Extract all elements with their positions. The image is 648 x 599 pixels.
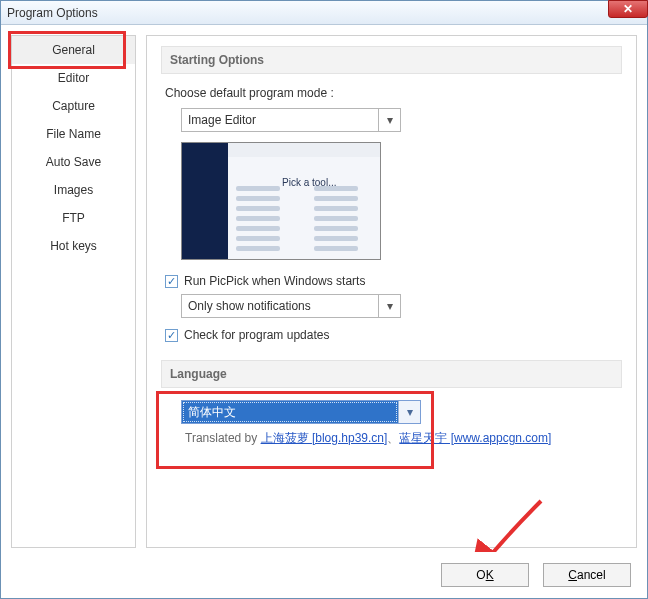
chevron-down-icon: ▾ <box>378 295 400 317</box>
options-sidebar: General Editor Capture File Name Auto Sa… <box>11 35 136 548</box>
mode-preview-image: Pick a tool... <box>181 142 381 260</box>
chevron-down-icon: ▾ <box>398 401 420 423</box>
checkbox-run-on-start-row[interactable]: ✓ Run PicPick when Windows starts <box>165 274 622 288</box>
window-title: Program Options <box>7 6 98 20</box>
checkbox-run-on-start[interactable]: ✓ <box>165 275 178 288</box>
program-options-window: Program Options ✕ General Editor Capture… <box>0 0 648 599</box>
startup-behavior-select[interactable]: Only show notifications ▾ <box>181 294 401 318</box>
language-select[interactable]: 简体中文 ▾ <box>181 400 421 424</box>
label-choose-mode: Choose default program mode : <box>165 86 622 100</box>
dialog-footer: OK Cancel <box>1 552 647 598</box>
program-mode-value: Image Editor <box>182 113 378 127</box>
translator-link-2[interactable]: 蓝星天宇 [www.appcgn.com] <box>399 431 551 445</box>
startup-behavior-value: Only show notifications <box>182 299 378 313</box>
window-body: General Editor Capture File Name Auto Sa… <box>1 25 647 598</box>
program-mode-select[interactable]: Image Editor ▾ <box>181 108 401 132</box>
cancel-button[interactable]: Cancel <box>543 563 631 587</box>
ok-button[interactable]: OK <box>441 563 529 587</box>
content-pane: Starting Options Choose default program … <box>146 35 637 548</box>
close-icon: ✕ <box>623 2 633 16</box>
translator-link-1[interactable]: 上海菠萝 [blog.hp39.cn] <box>261 431 388 445</box>
close-button[interactable]: ✕ <box>608 0 648 18</box>
sidebar-item-auto-save[interactable]: Auto Save <box>12 148 135 176</box>
translated-by-line: Translated by 上海菠萝 [blog.hp39.cn]、蓝星天宇 [… <box>185 430 622 447</box>
sidebar-item-file-name[interactable]: File Name <box>12 120 135 148</box>
group-language: Language <box>161 360 622 388</box>
sidebar-item-capture[interactable]: Capture <box>12 92 135 120</box>
checkbox-updates[interactable]: ✓ <box>165 329 178 342</box>
label-check-updates: Check for program updates <box>184 328 329 342</box>
label-run-on-start: Run PicPick when Windows starts <box>184 274 365 288</box>
sidebar-item-general[interactable]: General <box>12 36 135 64</box>
group-starting-options: Starting Options <box>161 46 622 74</box>
chevron-down-icon: ▾ <box>378 109 400 131</box>
language-value: 简体中文 <box>182 401 398 423</box>
sidebar-item-hot-keys[interactable]: Hot keys <box>12 232 135 260</box>
sidebar-item-images[interactable]: Images <box>12 176 135 204</box>
checkbox-updates-row[interactable]: ✓ Check for program updates <box>165 328 622 342</box>
sidebar-item-ftp[interactable]: FTP <box>12 204 135 232</box>
titlebar: Program Options ✕ <box>1 1 647 25</box>
sidebar-item-editor[interactable]: Editor <box>12 64 135 92</box>
